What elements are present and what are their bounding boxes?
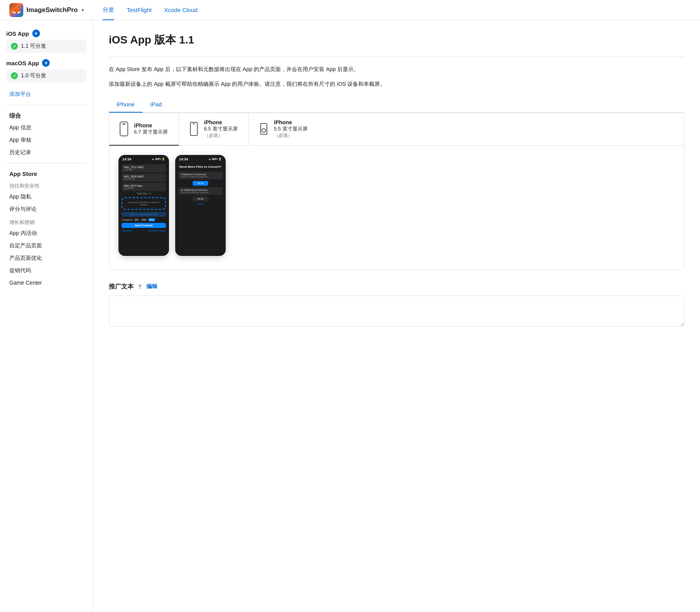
mock1-convert-row: Convert to JPG PNG PNG [122, 218, 166, 221]
ios-app-label: iOS App + [6, 30, 87, 37]
brand[interactable]: 🦊 ImageSwitchPro ▾ [9, 3, 84, 17]
sidebar-divider-1 [6, 105, 87, 105]
mock2-btn-1: ¥6.00 [193, 181, 208, 186]
mock1-status-bar: 14:34 ▲WiFi🔋 [118, 155, 169, 162]
nav-item-testflight[interactable]: TestFlight [120, 0, 158, 20]
phone-67-icon [118, 122, 129, 136]
device-65-info: iPhone 6.5 英寸显示屏 （必填） [204, 119, 238, 139]
sidebar-item-app-privacy[interactable]: App 隐私 [6, 191, 87, 203]
ios-status-dot [11, 43, 18, 50]
screenshot-2[interactable]: 14:34 ▲WiFi🔋 Need More Files to Convert?… [175, 155, 226, 256]
mock2-status-bar: 14:34 ▲WiFi🔋 [175, 155, 226, 162]
trust-section-title: 信任和安全性 [6, 179, 87, 190]
mock1-content: IMG_7511.HEIC 1.42 MB IMG_3509.HEIC 930.… [118, 162, 169, 234]
sidebar-divider-2 [6, 163, 87, 163]
device-55-info: iPhone 5.5 英寸显示屏 （必填） [274, 119, 308, 139]
brand-name: ImageSwitchPro [26, 6, 78, 14]
macos-app-section: macOS App + 1.0 可分发 [6, 59, 87, 82]
device-col-67[interactable]: iPhone 6.7 英寸显示屏 [109, 113, 179, 146]
app-icon: 🦊 [9, 3, 23, 17]
mock2-btn-2: ¥9.00 [193, 196, 208, 201]
sidebar-item-promo-codes[interactable]: 促销代码 [6, 265, 87, 276]
mock1-file-3: IMG_8377.heic 14700 KB [122, 183, 166, 191]
promo-question-mark[interactable]: ? [138, 283, 142, 290]
mock1-drop-zone: Drag and drop here to add the images. [122, 197, 166, 210]
mock2-content: Need More Files to Convert? 5 Additional… [175, 162, 226, 208]
section-divider-1 [109, 57, 684, 57]
promo-section: 推广文本 ? 编辑 [109, 283, 684, 328]
screenshot-section: iPhone 6.7 英寸显示屏 iPhone 6.5 英寸显示屏 （必填） [109, 113, 684, 270]
ios-app-section: iOS App + 1.1 可分发 [6, 30, 87, 53]
sidebar-item-app-info[interactable]: App 信息 [6, 122, 87, 134]
promo-label: 推广文本 [109, 283, 134, 291]
sidebar-item-product-page-optimization[interactable]: 产品页面优化 [6, 252, 87, 264]
mock1-bottom-links: Clear file list Need More Convert! [122, 230, 166, 232]
mock2-option-2: 10 Additional Conversions Convert 10 add… [178, 187, 223, 195]
device-col-65[interactable]: iPhone 6.5 英寸显示屏 （必填） [179, 113, 249, 145]
header: 🦊 ImageSwitchPro ▾ 分发 TestFlight Xcode C… [0, 0, 700, 20]
tab-ipad[interactable]: iPad [143, 98, 170, 112]
device-65-size: 6.5 英寸显示屏 [204, 125, 238, 132]
mock1-select-btn: Click to Select Image Files [122, 212, 166, 217]
sidebar-item-history[interactable]: 历史记录 [6, 147, 87, 158]
general-section-title: 综合 [6, 110, 87, 121]
appstore-section-title: App Store [6, 168, 87, 179]
sidebar-item-in-app-events[interactable]: App 内活动 [6, 228, 87, 239]
header-nav: 分发 TestFlight Xcode Cloud [96, 0, 204, 20]
sidebar-item-custom-product-pages[interactable]: 自定产品页面 [6, 240, 87, 252]
device-55-name: iPhone [274, 119, 308, 125]
page-title: iOS App 版本 1.1 [109, 33, 684, 47]
macos-add-button[interactable]: + [42, 59, 50, 67]
description-1: 在 App Store 发布 App 后，以下素材和元数据将出现在 App 的产… [109, 65, 684, 73]
promo-textarea[interactable] [109, 296, 684, 327]
nav-item-distribute[interactable]: 分发 [96, 0, 120, 20]
layout: iOS App + 1.1 可分发 macOS App + 1.0 可分发 添加… [0, 20, 700, 612]
device-columns-header: iPhone 6.7 英寸显示屏 iPhone 6.5 英寸显示屏 （必填） [109, 113, 684, 146]
mock1-start-btn: Start Convert! [122, 223, 166, 228]
mock2-time: 14:34 [179, 157, 188, 161]
sidebar: iOS App + 1.1 可分发 macOS App + 1.0 可分发 添加… [0, 20, 93, 612]
ios-add-button[interactable]: + [32, 30, 40, 37]
mock1-file-1: IMG_7511.HEIC 1.42 MB [122, 164, 166, 172]
device-tabs: iPhone iPad [109, 98, 684, 113]
sidebar-item-ratings[interactable]: 评分与评论 [6, 203, 87, 215]
mock1-time: 14:34 [122, 157, 131, 161]
device-55-required: （必填） [274, 132, 308, 139]
chevron-down-icon: ▾ [82, 7, 84, 13]
macos-app-label: macOS App + [6, 59, 87, 67]
device-65-name: iPhone [204, 119, 238, 125]
description-2: 添加最新设备上的 App 截屏可帮助你精确展示 App 的用户体验。请注意，我们… [109, 80, 684, 88]
device-67-name: iPhone [134, 122, 168, 129]
main-content: iOS App 版本 1.1 在 App Store 发布 App 后，以下素材… [93, 20, 700, 612]
phone-65-icon [188, 122, 199, 136]
device-col-55[interactable]: iPhone 5.5 英寸显示屏 （必填） [249, 113, 319, 145]
mock2-icons: ▲WiFi🔋 [208, 158, 222, 161]
screenshots-area: 14:34 ▲WiFi🔋 IMG_7511.HEIC 1.42 MB IMG_3… [109, 146, 684, 270]
growth-section-title: 增长和营销 [6, 216, 87, 227]
promo-header: 推广文本 ? 编辑 [109, 283, 684, 291]
add-platform-link[interactable]: 添加平台 [6, 89, 87, 100]
mock1-file-2: IMG_3509.HEIC 930.00 KB [122, 174, 166, 182]
macos-status-dot [11, 72, 18, 79]
mock2-title: Need More Files to Convert? [179, 165, 221, 169]
mock2-option-1: 5 Additional Conversions Convert 5 addit… [178, 172, 223, 179]
sidebar-item-app-review[interactable]: App 审核 [6, 134, 87, 146]
mock1-total-files: Total files: 3 [122, 192, 166, 195]
tab-iphone[interactable]: iPhone [109, 98, 143, 113]
device-67-size: 6.7 英寸显示屏 [134, 129, 168, 136]
ios-version-item[interactable]: 1.1 可分发 [6, 40, 87, 53]
screenshot-1[interactable]: 14:34 ▲WiFi🔋 IMG_7511.HEIC 1.42 MB IMG_3… [118, 155, 169, 256]
device-65-required: （必填） [204, 132, 238, 139]
mock1-icons: ▲WiFi🔋 [151, 158, 165, 161]
sidebar-item-game-center[interactable]: Game Center [6, 277, 87, 288]
promo-edit-link[interactable]: 编辑 [146, 283, 157, 290]
macos-version-item[interactable]: 1.0 可分发 [6, 69, 87, 82]
device-55-size: 5.5 英寸显示屏 [274, 125, 308, 132]
device-67-info: iPhone 6.7 英寸显示屏 [134, 122, 168, 136]
phone-55-icon [258, 123, 269, 135]
nav-item-xcode-cloud[interactable]: Xcode Cloud [158, 0, 204, 20]
mock2-close: Close [197, 203, 203, 205]
